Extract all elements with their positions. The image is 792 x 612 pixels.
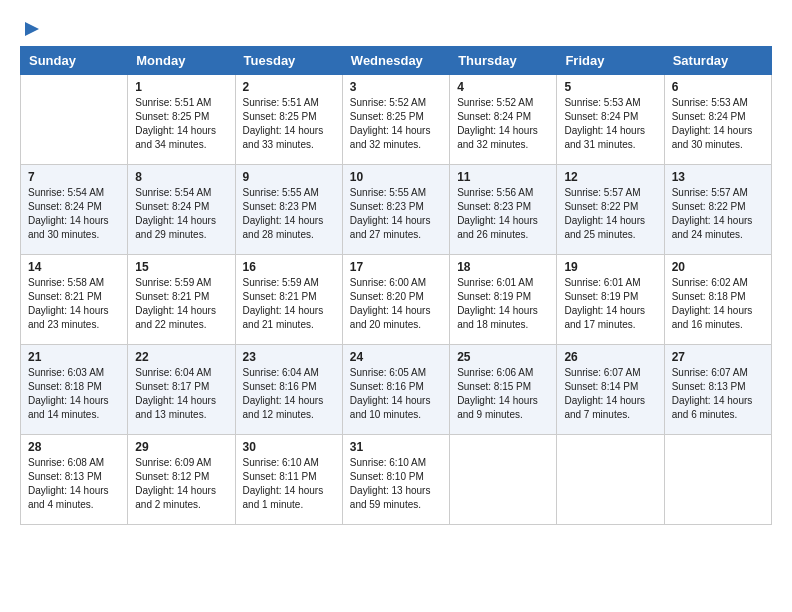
cell-info: Sunrise: 5:57 AM Sunset: 8:22 PM Dayligh… [672, 186, 764, 242]
dow-header-friday: Friday [557, 47, 664, 75]
calendar-cell: 25Sunrise: 6:06 AM Sunset: 8:15 PM Dayli… [450, 345, 557, 435]
dow-header-monday: Monday [128, 47, 235, 75]
cell-info: Sunrise: 6:07 AM Sunset: 8:14 PM Dayligh… [564, 366, 656, 422]
calendar-cell: 9Sunrise: 5:55 AM Sunset: 8:23 PM Daylig… [235, 165, 342, 255]
day-number: 10 [350, 170, 442, 184]
cell-info: Sunrise: 5:59 AM Sunset: 8:21 PM Dayligh… [135, 276, 227, 332]
cell-info: Sunrise: 5:56 AM Sunset: 8:23 PM Dayligh… [457, 186, 549, 242]
cell-info: Sunrise: 6:01 AM Sunset: 8:19 PM Dayligh… [564, 276, 656, 332]
calendar-cell: 2Sunrise: 5:51 AM Sunset: 8:25 PM Daylig… [235, 75, 342, 165]
day-number: 17 [350, 260, 442, 274]
day-number: 14 [28, 260, 120, 274]
calendar-cell [557, 435, 664, 525]
day-number: 13 [672, 170, 764, 184]
calendar-cell: 1Sunrise: 5:51 AM Sunset: 8:25 PM Daylig… [128, 75, 235, 165]
calendar-cell: 20Sunrise: 6:02 AM Sunset: 8:18 PM Dayli… [664, 255, 771, 345]
cell-info: Sunrise: 6:04 AM Sunset: 8:17 PM Dayligh… [135, 366, 227, 422]
calendar-cell: 15Sunrise: 5:59 AM Sunset: 8:21 PM Dayli… [128, 255, 235, 345]
calendar-cell: 19Sunrise: 6:01 AM Sunset: 8:19 PM Dayli… [557, 255, 664, 345]
calendar-cell: 23Sunrise: 6:04 AM Sunset: 8:16 PM Dayli… [235, 345, 342, 435]
cell-info: Sunrise: 6:07 AM Sunset: 8:13 PM Dayligh… [672, 366, 764, 422]
calendar-cell: 14Sunrise: 5:58 AM Sunset: 8:21 PM Dayli… [21, 255, 128, 345]
calendar-cell: 30Sunrise: 6:10 AM Sunset: 8:11 PM Dayli… [235, 435, 342, 525]
cell-info: Sunrise: 5:55 AM Sunset: 8:23 PM Dayligh… [243, 186, 335, 242]
cell-info: Sunrise: 6:10 AM Sunset: 8:11 PM Dayligh… [243, 456, 335, 512]
cell-info: Sunrise: 5:51 AM Sunset: 8:25 PM Dayligh… [135, 96, 227, 152]
day-number: 12 [564, 170, 656, 184]
calendar-cell: 24Sunrise: 6:05 AM Sunset: 8:16 PM Dayli… [342, 345, 449, 435]
day-number: 20 [672, 260, 764, 274]
calendar-cell: 22Sunrise: 6:04 AM Sunset: 8:17 PM Dayli… [128, 345, 235, 435]
day-number: 21 [28, 350, 120, 364]
calendar-cell [450, 435, 557, 525]
cell-info: Sunrise: 6:04 AM Sunset: 8:16 PM Dayligh… [243, 366, 335, 422]
logo-arrow-icon [21, 18, 43, 40]
calendar-cell: 5Sunrise: 5:53 AM Sunset: 8:24 PM Daylig… [557, 75, 664, 165]
calendar-cell [664, 435, 771, 525]
day-number: 3 [350, 80, 442, 94]
day-number: 27 [672, 350, 764, 364]
calendar-cell: 7Sunrise: 5:54 AM Sunset: 8:24 PM Daylig… [21, 165, 128, 255]
calendar-cell: 6Sunrise: 5:53 AM Sunset: 8:24 PM Daylig… [664, 75, 771, 165]
cell-info: Sunrise: 5:54 AM Sunset: 8:24 PM Dayligh… [135, 186, 227, 242]
cell-info: Sunrise: 6:06 AM Sunset: 8:15 PM Dayligh… [457, 366, 549, 422]
cell-info: Sunrise: 5:53 AM Sunset: 8:24 PM Dayligh… [564, 96, 656, 152]
day-number: 26 [564, 350, 656, 364]
calendar-cell: 10Sunrise: 5:55 AM Sunset: 8:23 PM Dayli… [342, 165, 449, 255]
cell-info: Sunrise: 6:08 AM Sunset: 8:13 PM Dayligh… [28, 456, 120, 512]
calendar-cell: 28Sunrise: 6:08 AM Sunset: 8:13 PM Dayli… [21, 435, 128, 525]
calendar-cell: 3Sunrise: 5:52 AM Sunset: 8:25 PM Daylig… [342, 75, 449, 165]
calendar-cell: 16Sunrise: 5:59 AM Sunset: 8:21 PM Dayli… [235, 255, 342, 345]
cell-info: Sunrise: 5:51 AM Sunset: 8:25 PM Dayligh… [243, 96, 335, 152]
calendar-cell: 21Sunrise: 6:03 AM Sunset: 8:18 PM Dayli… [21, 345, 128, 435]
cell-info: Sunrise: 5:53 AM Sunset: 8:24 PM Dayligh… [672, 96, 764, 152]
page-header [20, 20, 772, 36]
dow-header-sunday: Sunday [21, 47, 128, 75]
cell-info: Sunrise: 6:00 AM Sunset: 8:20 PM Dayligh… [350, 276, 442, 332]
dow-header-saturday: Saturday [664, 47, 771, 75]
day-number: 28 [28, 440, 120, 454]
svg-marker-0 [25, 22, 39, 36]
cell-info: Sunrise: 6:09 AM Sunset: 8:12 PM Dayligh… [135, 456, 227, 512]
calendar-cell: 4Sunrise: 5:52 AM Sunset: 8:24 PM Daylig… [450, 75, 557, 165]
calendar-cell: 13Sunrise: 5:57 AM Sunset: 8:22 PM Dayli… [664, 165, 771, 255]
cell-info: Sunrise: 5:57 AM Sunset: 8:22 PM Dayligh… [564, 186, 656, 242]
cell-info: Sunrise: 5:55 AM Sunset: 8:23 PM Dayligh… [350, 186, 442, 242]
calendar-cell: 17Sunrise: 6:00 AM Sunset: 8:20 PM Dayli… [342, 255, 449, 345]
cell-info: Sunrise: 6:10 AM Sunset: 8:10 PM Dayligh… [350, 456, 442, 512]
day-number: 1 [135, 80, 227, 94]
day-number: 8 [135, 170, 227, 184]
day-number: 31 [350, 440, 442, 454]
cell-info: Sunrise: 6:03 AM Sunset: 8:18 PM Dayligh… [28, 366, 120, 422]
day-number: 30 [243, 440, 335, 454]
day-number: 24 [350, 350, 442, 364]
cell-info: Sunrise: 5:58 AM Sunset: 8:21 PM Dayligh… [28, 276, 120, 332]
day-number: 15 [135, 260, 227, 274]
calendar-cell [21, 75, 128, 165]
calendar-cell: 12Sunrise: 5:57 AM Sunset: 8:22 PM Dayli… [557, 165, 664, 255]
calendar-cell: 18Sunrise: 6:01 AM Sunset: 8:19 PM Dayli… [450, 255, 557, 345]
calendar-cell: 29Sunrise: 6:09 AM Sunset: 8:12 PM Dayli… [128, 435, 235, 525]
day-number: 2 [243, 80, 335, 94]
calendar-cell: 26Sunrise: 6:07 AM Sunset: 8:14 PM Dayli… [557, 345, 664, 435]
cell-info: Sunrise: 5:52 AM Sunset: 8:25 PM Dayligh… [350, 96, 442, 152]
calendar-cell: 8Sunrise: 5:54 AM Sunset: 8:24 PM Daylig… [128, 165, 235, 255]
day-number: 29 [135, 440, 227, 454]
day-number: 9 [243, 170, 335, 184]
cell-info: Sunrise: 5:54 AM Sunset: 8:24 PM Dayligh… [28, 186, 120, 242]
cell-info: Sunrise: 5:59 AM Sunset: 8:21 PM Dayligh… [243, 276, 335, 332]
cell-info: Sunrise: 6:05 AM Sunset: 8:16 PM Dayligh… [350, 366, 442, 422]
day-number: 11 [457, 170, 549, 184]
cell-info: Sunrise: 6:02 AM Sunset: 8:18 PM Dayligh… [672, 276, 764, 332]
calendar-cell: 27Sunrise: 6:07 AM Sunset: 8:13 PM Dayli… [664, 345, 771, 435]
cell-info: Sunrise: 6:01 AM Sunset: 8:19 PM Dayligh… [457, 276, 549, 332]
day-number: 4 [457, 80, 549, 94]
dow-header-tuesday: Tuesday [235, 47, 342, 75]
day-number: 25 [457, 350, 549, 364]
calendar-cell: 11Sunrise: 5:56 AM Sunset: 8:23 PM Dayli… [450, 165, 557, 255]
dow-header-wednesday: Wednesday [342, 47, 449, 75]
logo [20, 20, 43, 36]
day-number: 18 [457, 260, 549, 274]
calendar-table: SundayMondayTuesdayWednesdayThursdayFrid… [20, 46, 772, 525]
day-number: 19 [564, 260, 656, 274]
